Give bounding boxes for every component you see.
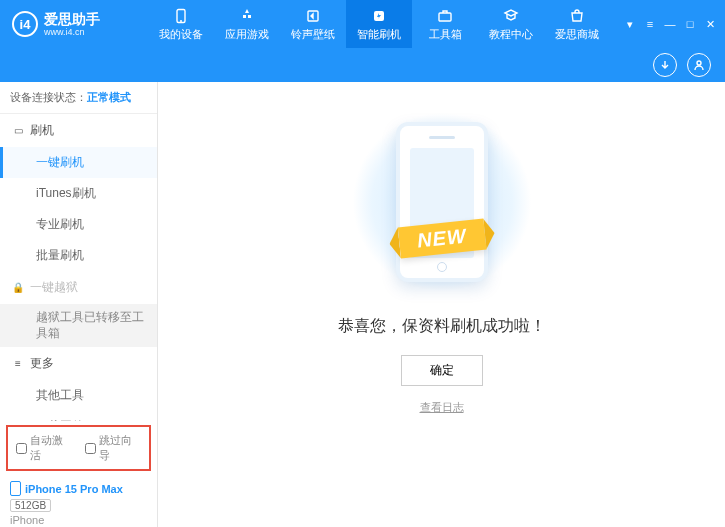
device-name[interactable]: iPhone 15 Pro Max [10, 481, 147, 496]
sidebar: 设备连接状态：正常模式 ▭刷机 一键刷机 iTunes刷机 专业刷机 批量刷机 … [0, 82, 158, 527]
app-url: www.i4.cn [44, 28, 100, 37]
window-controls: ▾ ≡ — □ ✕ [623, 17, 717, 31]
settings-icon[interactable]: ≡ [643, 17, 657, 31]
maximize-icon[interactable]: □ [683, 17, 697, 31]
nav-my-device[interactable]: 我的设备 [148, 0, 214, 48]
auto-activate-checkbox[interactable]: 自动激活 [16, 433, 73, 463]
success-illustration: NEW [342, 112, 542, 292]
tutorial-icon [502, 7, 520, 25]
app-title: 爱思助手 [44, 12, 100, 26]
nav-apps-games[interactable]: 应用游戏 [214, 0, 280, 48]
sidebar-item-download-firmware[interactable]: 下载固件 [0, 411, 157, 421]
group-more[interactable]: ≡更多 [0, 347, 157, 380]
ok-button[interactable]: 确定 [401, 355, 483, 386]
view-log-link[interactable]: 查看日志 [420, 400, 464, 415]
nav-ringtones[interactable]: 铃声壁纸 [280, 0, 346, 48]
nav-tutorials[interactable]: 教程中心 [478, 0, 544, 48]
svg-rect-4 [439, 13, 451, 21]
minimize-icon[interactable]: — [663, 17, 677, 31]
toolbox-icon [436, 7, 454, 25]
device-icon [172, 7, 190, 25]
close-icon[interactable]: ✕ [703, 17, 717, 31]
nav-flash[interactable]: 智能刷机 [346, 0, 412, 48]
options-highlight-box: 自动激活 跳过向导 [6, 425, 151, 471]
connection-status: 设备连接状态：正常模式 [0, 82, 157, 114]
logo-icon: i4 [12, 11, 38, 37]
user-button[interactable] [687, 53, 711, 77]
store-icon [568, 7, 586, 25]
skip-setup-checkbox[interactable]: 跳过向导 [85, 433, 142, 463]
top-nav: 我的设备 应用游戏 铃声壁纸 智能刷机 工具箱 教程中心 爱思商城 [148, 0, 623, 48]
sidebar-item-other-tools[interactable]: 其他工具 [0, 380, 157, 411]
svg-point-5 [697, 61, 701, 65]
ringtone-icon [304, 7, 322, 25]
download-button[interactable] [653, 53, 677, 77]
app-logo: i4 爱思助手 www.i4.cn [8, 11, 148, 37]
success-message: 恭喜您，保资料刷机成功啦！ [338, 316, 546, 337]
group-jailbreak: 🔒一键越狱 [0, 271, 157, 304]
more-icon: ≡ [12, 358, 24, 370]
flash-group-icon: ▭ [12, 125, 24, 137]
titlebar: i4 爱思助手 www.i4.cn 我的设备 应用游戏 铃声壁纸 智能刷机 工具… [0, 0, 725, 48]
group-flash[interactable]: ▭刷机 [0, 114, 157, 147]
nav-store[interactable]: 爱思商城 [544, 0, 610, 48]
sidebar-item-oneclick-flash[interactable]: 一键刷机 [0, 147, 157, 178]
phone-icon [396, 122, 488, 282]
sidebar-item-pro-flash[interactable]: 专业刷机 [0, 209, 157, 240]
jailbreak-moved-note: 越狱工具已转移至工具箱 [0, 304, 157, 347]
device-info: iPhone 15 Pro Max 512GB iPhone [0, 475, 157, 527]
storage-badge: 512GB [10, 499, 51, 512]
lock-icon: 🔒 [12, 282, 24, 294]
menu-icon[interactable]: ▾ [623, 17, 637, 31]
sidebar-item-itunes-flash[interactable]: iTunes刷机 [0, 178, 157, 209]
device-type: iPhone [10, 514, 147, 526]
flash-icon [370, 7, 388, 25]
apps-icon [238, 7, 256, 25]
sidebar-item-batch-flash[interactable]: 批量刷机 [0, 240, 157, 271]
nav-toolbox[interactable]: 工具箱 [412, 0, 478, 48]
main-content: NEW 恭喜您，保资料刷机成功啦！ 确定 查看日志 [158, 82, 725, 527]
